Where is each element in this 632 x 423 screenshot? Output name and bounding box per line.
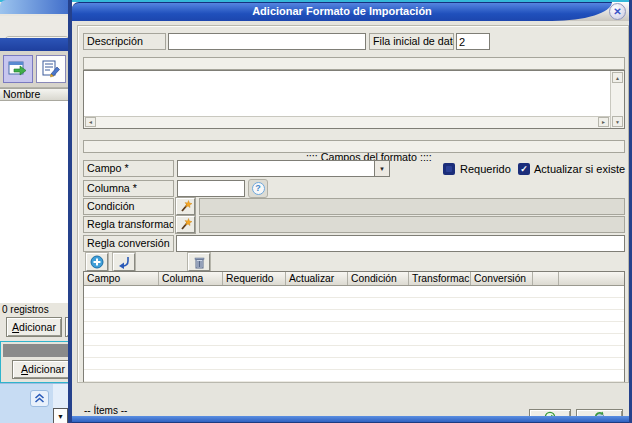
- grid-header-condicion[interactable]: Condición: [348, 272, 409, 285]
- observaciones-hscrollbar[interactable]: ◄ ►: [84, 116, 610, 128]
- grid-header-campo[interactable]: Campo: [84, 272, 159, 285]
- condicion-label-text: Condición: [87, 200, 135, 212]
- close-icon: ✕: [613, 6, 621, 17]
- grid-row: [84, 310, 624, 322]
- chevron-down-icon: ▼: [379, 166, 385, 172]
- collapse-button[interactable]: [30, 390, 49, 407]
- regla-conversion-input[interactable]: [176, 235, 625, 252]
- regla-transformacion-label: Regla transformación: [83, 216, 174, 233]
- grid-row: [84, 298, 624, 310]
- campos-formato-header: :::: Campos del formato ::::: [83, 140, 625, 153]
- scroll-right-icon[interactable]: ►: [598, 117, 609, 127]
- transformacion-field: [199, 216, 625, 233]
- grid-header-transformacion[interactable]: Transformac...: [409, 272, 471, 285]
- campo-dropdown[interactable]: ▼: [177, 160, 390, 177]
- sidebar-scrollbar[interactable]: ▼: [53, 384, 68, 423]
- transformacion-builder-button[interactable]: [176, 216, 195, 233]
- records-list[interactable]: [0, 101, 70, 303]
- registros-label: 0 registros: [2, 304, 49, 315]
- items-label: -- Ítems --: [84, 405, 127, 416]
- requerido-checkbox[interactable]: [443, 163, 455, 175]
- down-arrow-icon: ▼: [57, 413, 64, 420]
- adicionar-lower-label: Adicionar: [13, 361, 73, 378]
- descripcion-label: Descripción: [83, 33, 166, 50]
- fila-inicial-input[interactable]: [456, 33, 490, 50]
- assign-item-button[interactable]: [113, 253, 135, 271]
- form-panel: Descripción Fila inicial de datos [ Obse…: [77, 25, 629, 383]
- background-section-bar: [0, 38, 74, 51]
- requerido-label: Requerido: [460, 163, 511, 175]
- columna-input[interactable]: [177, 180, 245, 197]
- grid-row: [84, 358, 624, 370]
- edit-document-button[interactable]: [36, 55, 66, 83]
- adicionar-button-sidebar[interactable]: Adicionar: [6, 317, 62, 337]
- down-arrow-icon: ▼: [615, 119, 620, 125]
- close-button[interactable]: ✕: [609, 3, 626, 20]
- requerido-checkbox-fill: [446, 166, 452, 172]
- scroll-down-icon[interactable]: ▼: [612, 116, 623, 127]
- dialog-bottom-border: [72, 416, 629, 423]
- observaciones-header: [ Observaciones ]: [83, 57, 625, 70]
- regla-conversion-label-text: Regla conversión: [87, 237, 170, 249]
- items-label-text: -- Ítems --: [84, 405, 127, 416]
- dialog-top-accent: [72, 0, 629, 2]
- regla-transformacion-label-text: Regla transformación: [87, 218, 174, 230]
- campo-label-text: Campo *: [87, 162, 129, 174]
- actualizar-checkbox[interactable]: ✓: [518, 163, 530, 175]
- fila-inicial-label: Fila inicial de datos: [369, 33, 454, 50]
- descripcion-input[interactable]: [168, 33, 366, 50]
- columna-label-text: Columna *: [87, 182, 137, 194]
- condicion-field: [199, 198, 625, 215]
- dialog-body: Descripción Fila inicial de datos [ Obse…: [72, 21, 629, 417]
- grid-header-actualizar[interactable]: Actualizar: [286, 272, 348, 285]
- window-green-arrow-icon: [8, 61, 28, 77]
- scroll-down-button[interactable]: ▼: [53, 408, 68, 423]
- grid-row: [84, 370, 624, 382]
- grid-header-empty[interactable]: [533, 272, 559, 285]
- background-window-subarea: [0, 16, 74, 38]
- actualizar-label: Actualizar si existe: [534, 163, 625, 175]
- trash-icon: [194, 256, 205, 269]
- help-icon: ?: [252, 182, 265, 195]
- double-chevron-up-icon: [34, 393, 45, 404]
- grid-header-requerido[interactable]: Requerido: [223, 272, 286, 285]
- add-item-button[interactable]: [86, 253, 108, 271]
- list-column-header[interactable]: Nombre: [0, 88, 70, 101]
- grid-body[interactable]: [84, 286, 624, 382]
- campo-label: Campo *: [83, 160, 174, 177]
- delete-item-button[interactable]: [188, 253, 210, 271]
- adicionar-formato-dialog: Adicionar Formato de Importación ✕ Descr…: [68, 0, 632, 423]
- adicionar-label: Adicionar: [7, 318, 61, 336]
- grid-header-conversion[interactable]: Conversión: [471, 272, 533, 285]
- grid-row: [84, 322, 624, 334]
- actualizar-label-text: Actualizar si existe: [534, 163, 625, 175]
- assign-arrow-icon: [117, 256, 131, 269]
- condicion-label: Condición: [83, 198, 174, 215]
- dropdown-button[interactable]: ▼: [374, 161, 389, 176]
- background-toolbar: [0, 51, 74, 88]
- magic-wand-icon: [179, 200, 192, 213]
- grid-header-columna[interactable]: Columna: [159, 272, 223, 285]
- grid-header-row: Campo Columna Requerido Actualizar Condi…: [84, 272, 624, 286]
- columna-help-button[interactable]: ?: [248, 179, 268, 198]
- scroll-left-icon[interactable]: ◄: [85, 117, 96, 127]
- descripcion-label-text: Descripción: [87, 35, 143, 47]
- add-icon: [90, 255, 104, 269]
- campos-grid: Campo Columna Requerido Actualizar Condi…: [83, 271, 625, 382]
- observaciones-textarea[interactable]: ▲ ▼ ◄ ►: [83, 70, 625, 129]
- magic-wand-icon: [179, 218, 192, 231]
- sidebar-footer-panel: ▼: [0, 383, 74, 423]
- background-window: Nombre 0 registros Adicionar Adicionar: [0, 0, 74, 423]
- adicionar-button-lower[interactable]: Adicionar: [12, 360, 74, 379]
- export-window-button[interactable]: [3, 55, 33, 83]
- dialog-titlebar[interactable]: Adicionar Formato de Importación ✕: [72, 2, 629, 21]
- observaciones-vscrollbar[interactable]: ▲ ▼: [610, 71, 624, 128]
- grid-row: [84, 346, 624, 358]
- dialog-titlebar-blue: Adicionar Formato de Importación: [72, 2, 612, 21]
- condicion-builder-button[interactable]: [176, 198, 195, 215]
- left-arrow-icon: ◄: [88, 119, 93, 125]
- grid-row: [84, 286, 624, 298]
- dialog-title: Adicionar Formato de Importación: [72, 5, 612, 17]
- scroll-up-icon[interactable]: ▲: [612, 72, 623, 83]
- sidebar-gray-bar: [3, 344, 73, 357]
